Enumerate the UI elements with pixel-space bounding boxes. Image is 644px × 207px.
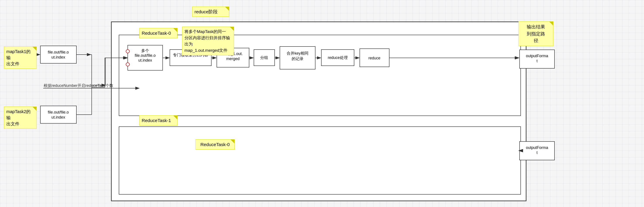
map-task2-output-note: mapTask2的输出文件 [4, 106, 37, 129]
svg-text:merged: merged [226, 56, 240, 61]
svg-rect-27 [360, 49, 389, 67]
reduce-task-0-inner-note: ReduceTask-0 [196, 139, 235, 150]
svg-text:outputForma: outputForma [526, 54, 548, 58]
svg-text:reduce处理: reduce处理 [328, 56, 348, 60]
svg-text:outputForma: outputForma [526, 146, 548, 150]
svg-rect-2 [119, 127, 521, 194]
svg-rect-9 [128, 45, 163, 70]
svg-rect-1 [119, 35, 521, 116]
svg-text:多个: 多个 [141, 48, 149, 53]
map-task1-output-note: mapTask1的输出文件 [4, 46, 37, 69]
svg-text:ut.index: ut.index [51, 55, 65, 60]
svg-text:t: t [536, 150, 538, 155]
svg-point-14 [126, 63, 130, 66]
reduce-phase-note: reduce阶段 [192, 6, 229, 17]
svg-text:reduce: reduce [368, 56, 380, 60]
svg-rect-3 [40, 46, 76, 63]
svg-rect-6 [40, 106, 76, 123]
output-label-note: 输出结果到指定路径 [518, 22, 554, 46]
reduce-task-desc-note: 将多个MapTask的同一分区内容进行归并排序输出为map_1.out.merg… [182, 27, 234, 56]
svg-rect-0 [111, 22, 526, 201]
svg-text:ut.index: ut.index [138, 58, 152, 62]
svg-text:合并key相同: 合并key相同 [287, 51, 308, 56]
svg-text:file.out/file.o: file.out/file.o [48, 110, 69, 114]
svg-text:file.out/file.o: file.out/file.o [48, 50, 69, 54]
svg-text:file.out/file.o: file.out/file.o [135, 53, 156, 58]
svg-rect-29 [520, 50, 554, 68]
reduce-task-1-label-note: ReduceTask-1 [139, 115, 178, 126]
svg-text:的记录: 的记录 [292, 56, 304, 61]
svg-text:ut.index: ut.index [51, 115, 65, 120]
svg-rect-22 [280, 46, 315, 69]
svg-point-13 [126, 50, 130, 53]
svg-rect-25 [321, 50, 354, 66]
svg-text:t: t [536, 59, 538, 63]
svg-rect-20 [254, 50, 275, 66]
reduce-number-label: 根据reduceNumber开启reduceTask个数 [44, 83, 113, 88]
svg-rect-32 [520, 142, 554, 160]
reduce-task-0-label-note: ReduceTask-0 [139, 28, 178, 38]
svg-text:分组: 分组 [260, 56, 268, 60]
